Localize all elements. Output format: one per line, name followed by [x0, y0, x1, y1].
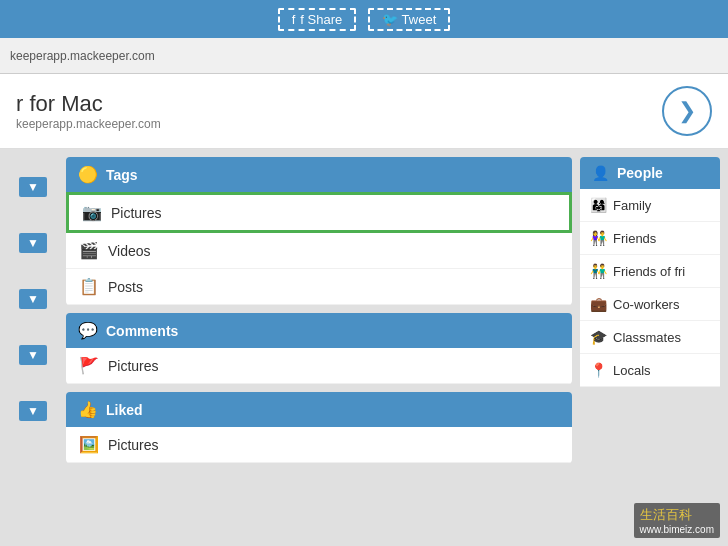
page-title: r for Mac	[16, 91, 161, 117]
people-classmates-item[interactable]: 🎓 Classmates	[580, 321, 720, 354]
locals-label: Locals	[613, 363, 651, 378]
page-url: keeperapp.mackeeper.com	[16, 117, 161, 131]
tags-posts-item[interactable]: 📋 Posts	[66, 269, 572, 305]
classmates-label: Classmates	[613, 330, 681, 345]
sidebar-arrow-3[interactable]: ▼	[19, 289, 47, 309]
comments-header: 💬 Comments	[66, 313, 572, 348]
address-text: keeperapp.mackeeper.com	[10, 49, 155, 63]
tags-videos-item[interactable]: 🎬 Videos	[66, 233, 572, 269]
pictures-icon: 📷	[81, 203, 103, 222]
main-content: ▼ ▼ ▼ ▼ ▼ 🟡 Tags 📷 Pictures 🎬 Videos 📋 P…	[0, 149, 728, 546]
friends-of-label: Friends of fri	[613, 264, 685, 279]
chevron-button[interactable]: ❯	[662, 86, 712, 136]
share-label: f Share	[300, 12, 342, 27]
share-button[interactable]: f f Share	[278, 8, 357, 31]
liked-pictures-label: Pictures	[108, 437, 159, 453]
friends-icon: 👫	[590, 230, 607, 246]
left-sidebar: ▼ ▼ ▼ ▼ ▼	[8, 157, 58, 543]
people-header-label: People	[617, 165, 663, 181]
classmates-icon: 🎓	[590, 329, 607, 345]
friends-label: Friends	[613, 231, 656, 246]
liked-icon: 👍	[78, 400, 98, 419]
right-panel: 👤 People 👨‍👩‍👧 Family 👫 Friends 👬 Friend…	[580, 157, 720, 543]
tweet-button[interactable]: 🐦 Tweet	[368, 8, 450, 31]
people-header: 👤 People	[580, 157, 720, 189]
comments-section: 💬 Comments 🚩 Pictures	[66, 313, 572, 384]
comments-pictures-item[interactable]: 🚩 Pictures	[66, 348, 572, 384]
liked-pictures-icon: 🖼️	[78, 435, 100, 454]
coworkers-icon: 💼	[590, 296, 607, 312]
sidebar-arrow-2[interactable]: ▼	[19, 233, 47, 253]
tags-header: 🟡 Tags	[66, 157, 572, 192]
comments-icon: 💬	[78, 321, 98, 340]
comments-label: Comments	[106, 323, 178, 339]
liked-section: 👍 Liked 🖼️ Pictures	[66, 392, 572, 463]
people-coworkers-item[interactable]: 💼 Co-workers	[580, 288, 720, 321]
page-title-area: r for Mac keeperapp.mackeeper.com	[16, 91, 161, 131]
friends-of-icon: 👬	[590, 263, 607, 279]
top-banner: f f Share 🐦 Tweet	[0, 0, 728, 38]
family-icon: 👨‍👩‍👧	[590, 197, 607, 213]
locals-icon: 📍	[590, 362, 607, 378]
facebook-icon: f	[292, 12, 296, 27]
tags-label: Tags	[106, 167, 138, 183]
comment-pictures-icon: 🚩	[78, 356, 100, 375]
tweet-label: 🐦 Tweet	[382, 12, 436, 27]
liked-header: 👍 Liked	[66, 392, 572, 427]
liked-label: Liked	[106, 402, 143, 418]
people-header-icon: 👤	[592, 165, 609, 181]
posts-label: Posts	[108, 279, 143, 295]
pictures-label: Pictures	[111, 205, 162, 221]
tags-icon: 🟡	[78, 165, 98, 184]
people-friends-item[interactable]: 👫 Friends	[580, 222, 720, 255]
videos-icon: 🎬	[78, 241, 100, 260]
comment-pictures-label: Pictures	[108, 358, 159, 374]
page-header: r for Mac keeperapp.mackeeper.com ❯	[0, 74, 728, 149]
tags-section: 🟡 Tags 📷 Pictures 🎬 Videos 📋 Posts	[66, 157, 572, 305]
videos-label: Videos	[108, 243, 151, 259]
sidebar-arrow-5[interactable]: ▼	[19, 401, 47, 421]
people-locals-item[interactable]: 📍 Locals	[580, 354, 720, 387]
sidebar-arrow-1[interactable]: ▼	[19, 177, 47, 197]
address-bar: keeperapp.mackeeper.com	[0, 38, 728, 74]
people-family-item[interactable]: 👨‍👩‍👧 Family	[580, 189, 720, 222]
center-panel: 🟡 Tags 📷 Pictures 🎬 Videos 📋 Posts 💬 Com…	[66, 157, 572, 543]
liked-pictures-item[interactable]: 🖼️ Pictures	[66, 427, 572, 463]
family-label: Family	[613, 198, 651, 213]
posts-icon: 📋	[78, 277, 100, 296]
people-friends-of-item[interactable]: 👬 Friends of fri	[580, 255, 720, 288]
chevron-right-icon: ❯	[678, 98, 696, 124]
tags-pictures-item[interactable]: 📷 Pictures	[66, 192, 572, 233]
coworkers-label: Co-workers	[613, 297, 679, 312]
sidebar-arrow-4[interactable]: ▼	[19, 345, 47, 365]
